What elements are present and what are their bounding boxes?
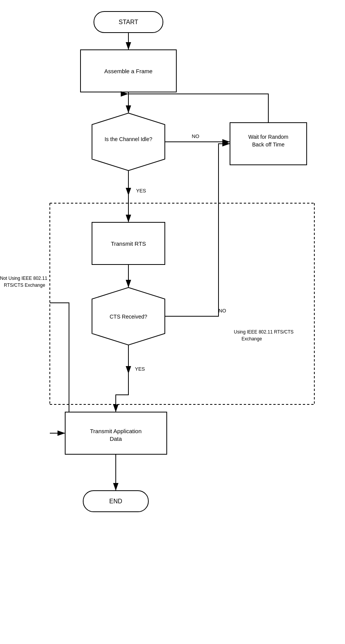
start-label: START	[119, 19, 138, 25]
transmit-data-line1: Transmit Application	[90, 428, 142, 434]
not-using-rtscts-line2: RTS/CTS Exchange	[4, 283, 45, 288]
wait-backoff-line2: Back off Time	[252, 141, 285, 148]
not-using-rtscts-line1: Not Using IEEE 802.11	[0, 276, 48, 281]
assemble-label: Assemble a Frame	[104, 68, 153, 74]
end-label: END	[109, 498, 122, 504]
no-cts-label: NO	[219, 308, 226, 314]
transmit-rts-label: Transmit RTS	[111, 240, 146, 247]
channel-idle-label: Is the Channel Idle?	[105, 136, 153, 142]
flowchart-diagram: START Assemble a Frame Is the Channel Id…	[0, 0, 345, 644]
no-channel-label: NO	[192, 133, 199, 139]
yes-cts-label: YES	[135, 366, 145, 372]
wait-backoff-line1: Wait for Random	[248, 134, 289, 140]
using-rtscts-label-line1: Using IEEE 802.11 RTS/CTS	[234, 329, 294, 335]
transmit-data-line2: Data	[110, 435, 122, 442]
cts-received-label: CTS Received?	[110, 314, 147, 320]
yes-channel-label: YES	[136, 188, 146, 194]
using-rtscts-label-line2: Exchange	[242, 336, 262, 342]
